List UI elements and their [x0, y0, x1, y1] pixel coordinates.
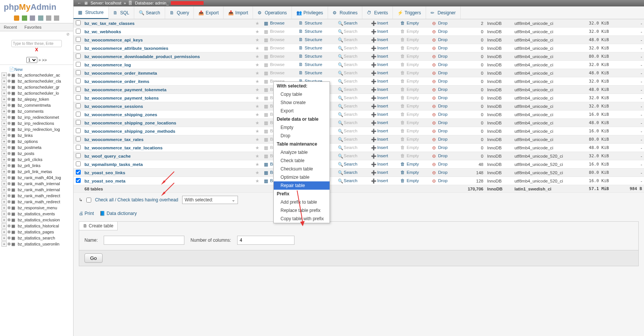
drop-action[interactable]: ⊖Drop — [432, 104, 448, 108]
search-action[interactable]: 🔍Search — [338, 54, 357, 58]
empty-action[interactable]: 🗑Empty — [400, 46, 419, 50]
insert-action[interactable]: ➕Insert — [371, 62, 388, 67]
table-name-input[interactable] — [104, 236, 184, 245]
reload-icon[interactable] — [54, 15, 59, 21]
drop-action[interactable]: ⊖Drop — [432, 46, 448, 50]
tree-item[interactable]: +▦bz_responsive_menu — [2, 205, 73, 211]
table-name-link[interactable]: bz_woocommerce_shipping_zone_locations — [84, 121, 176, 125]
expand-icon[interactable]: + — [2, 235, 7, 241]
tree-item[interactable]: +▦bz_rank_math_404_log — [2, 175, 73, 181]
page-selector[interactable]: 1 — [26, 57, 37, 63]
browse-action[interactable]: ▦Browse — [264, 21, 284, 25]
table-name-link[interactable]: bz_woocommerce_api_keys — [84, 38, 143, 42]
table-name-link[interactable]: bz_wc_tax_rate_classes — [84, 21, 135, 26]
ctx-copy-prefix[interactable]: Copy table with prefix — [274, 215, 330, 223]
insert-action[interactable]: ➕Insert — [371, 178, 388, 183]
star-icon[interactable]: ★ — [255, 162, 259, 167]
expand-icon[interactable]: + — [2, 157, 7, 162]
table-name-link[interactable]: bz_woocommerce_payment_tokens — [84, 96, 159, 100]
empty-action[interactable]: 🗑Empty — [400, 54, 419, 58]
browse-action[interactable]: ▦Browse — [264, 46, 284, 50]
insert-action[interactable]: ➕Insert — [371, 162, 388, 166]
tab-recent[interactable]: Recent — [0, 23, 21, 31]
numcol-input[interactable] — [237, 236, 294, 245]
insert-action[interactable]: ➕Insert — [371, 71, 388, 75]
search-action[interactable]: 🔍Search — [338, 170, 357, 175]
exit-icon[interactable] — [22, 15, 27, 21]
expand-icon[interactable]: + — [2, 72, 7, 78]
expand-icon[interactable]: + — [2, 211, 7, 216]
print-link[interactable]: 🖨 Print — [79, 211, 94, 216]
ctx-copy-table[interactable]: Copy table — [274, 90, 330, 98]
insert-action[interactable]: ➕Insert — [371, 46, 388, 50]
star-icon[interactable]: ★ — [255, 63, 259, 67]
drop-action[interactable]: ⊖Drop — [432, 162, 448, 166]
check-all[interactable] — [86, 198, 91, 203]
tree-item[interactable]: +▦bz_rank_math_redirect — [2, 199, 73, 205]
tree-item[interactable]: +▦bz_rank_math_redirect — [2, 193, 73, 199]
star-icon[interactable]: ★ — [255, 21, 259, 26]
insert-action[interactable]: ➕Insert — [371, 54, 388, 58]
tree-item[interactable]: +▦bz_statistics_useronlin — [2, 241, 73, 247]
search-action[interactable]: 🔍Search — [338, 129, 357, 133]
insert-action[interactable]: ➕Insert — [371, 145, 388, 150]
page-more[interactable]: > >> — [38, 58, 47, 62]
star-icon[interactable]: ★ — [255, 29, 259, 34]
search-action[interactable]: 🔍Search — [338, 145, 357, 150]
docs-icon[interactable] — [38, 15, 43, 21]
browse-action[interactable]: ▦Browse — [264, 71, 284, 75]
expand-icon[interactable]: + — [2, 133, 7, 138]
empty-action[interactable]: 🗑Empty — [400, 137, 419, 141]
expand-icon[interactable]: + — [2, 205, 7, 210]
ctx-replace-prefix[interactable]: Replace table prefix — [274, 206, 330, 215]
insert-action[interactable]: ➕Insert — [371, 79, 388, 83]
drop-action[interactable]: ⊖Drop — [432, 137, 448, 141]
tree-item[interactable]: +▦bz_links — [2, 132, 73, 138]
expand-icon[interactable]: + — [2, 175, 7, 180]
expand-icon[interactable]: + — [2, 121, 7, 126]
expand-icon[interactable]: + — [2, 84, 7, 90]
row-checkbox[interactable] — [76, 137, 81, 141]
star-icon[interactable]: ★ — [255, 137, 259, 142]
star-icon[interactable]: ★ — [255, 146, 259, 150]
tab-structure[interactable]: ▦Structure — [74, 6, 109, 19]
collapse-icon[interactable]: ⊘ — [0, 31, 73, 37]
search-action[interactable]: 🔍Search — [338, 153, 357, 158]
table-name-link[interactable]: bz_woocommerce_sessions — [84, 104, 143, 109]
tab-events[interactable]: ⏱Events — [362, 6, 393, 19]
search-action[interactable]: 🔍Search — [338, 46, 357, 50]
table-name-link[interactable]: bz_woocommerce_tax_rate_locations — [84, 146, 163, 150]
table-name-link[interactable]: bz_woocommerce_order_itemmeta — [84, 71, 157, 75]
browse-action[interactable]: ▦Browse — [264, 62, 284, 67]
tree-item[interactable]: +▦bz_actionscheduler_gr — [2, 84, 73, 90]
table-name-link[interactable]: bz_woocommerce_tax_rates — [84, 137, 144, 142]
table-name-link[interactable]: bz_wpmailsmtp_tasks_meta — [84, 162, 143, 167]
ctx-check[interactable]: Check table — [274, 156, 330, 165]
tree-item[interactable]: +▦bz_actionscheduler_ac — [2, 72, 73, 78]
expand-icon[interactable]: + — [2, 139, 7, 144]
tab-triggers[interactable]: ⚡Triggers — [393, 6, 426, 19]
ctx-show-create[interactable]: Show create — [274, 98, 330, 107]
tab-export[interactable]: 📤Export — [194, 6, 224, 19]
ctx-empty[interactable]: Empty — [274, 123, 330, 132]
structure-action[interactable]: 🗎Structure — [299, 54, 322, 58]
row-checkbox[interactable] — [76, 20, 81, 25]
expand-icon[interactable]: + — [2, 127, 7, 132]
drop-action[interactable]: ⊖Drop — [432, 129, 448, 133]
structure-action[interactable]: 🗎Structure — [299, 37, 322, 42]
tree-item[interactable]: +▦bz_actionscheduler_cla — [2, 78, 73, 84]
star-icon[interactable]: ★ — [255, 121, 259, 125]
expand-icon[interactable]: + — [2, 223, 7, 229]
structure-action[interactable]: 🗎Structure — [299, 71, 322, 75]
empty-action[interactable]: 🗑Empty — [400, 120, 419, 125]
search-action[interactable]: 🔍Search — [338, 21, 357, 25]
search-action[interactable]: 🔍Search — [338, 162, 357, 166]
browse-action[interactable]: ▦Browse — [264, 37, 284, 42]
expand-icon[interactable]: + — [2, 217, 7, 222]
tab-import[interactable]: 📥Import — [224, 6, 253, 19]
search-action[interactable]: 🔍Search — [338, 37, 357, 42]
row-checkbox[interactable] — [76, 70, 81, 75]
tab-routines[interactable]: ⚙Routines — [328, 6, 362, 19]
insert-action[interactable]: ➕Insert — [371, 21, 388, 25]
tree-item[interactable]: +▦bz_posts — [2, 150, 73, 156]
